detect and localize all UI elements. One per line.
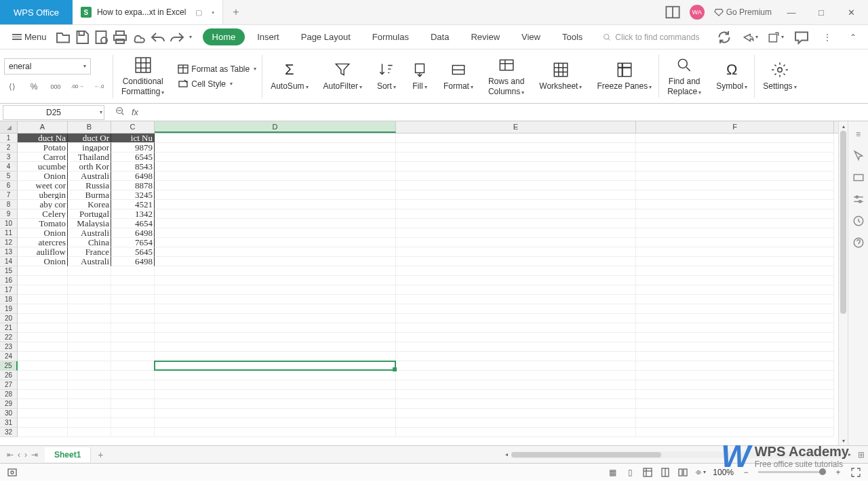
cell[interactable]	[155, 134, 396, 143]
cell[interactable]	[155, 352, 396, 361]
comma-icon[interactable]: 000	[47, 79, 64, 95]
cell[interactable]	[68, 276, 111, 285]
status-mode-icon[interactable]	[7, 467, 18, 478]
cell[interactable]	[636, 276, 834, 285]
cell[interactable]	[18, 295, 68, 304]
cell[interactable]: 9879	[111, 143, 155, 152]
cell[interactable]	[636, 171, 834, 181]
cell[interactable]	[68, 323, 111, 333]
cell[interactable]: ubergin	[18, 190, 68, 200]
cell[interactable]	[155, 276, 396, 285]
first-sheet-icon[interactable]: ⇤	[7, 450, 14, 460]
cell[interactable]	[155, 238, 396, 247]
cell[interactable]	[396, 134, 636, 143]
cell[interactable]: 6545	[111, 152, 155, 162]
row-header[interactable]: 31	[0, 418, 18, 428]
conditional-formatting-button[interactable]: Conditional Formatting▾	[115, 55, 171, 98]
cell[interactable]	[111, 409, 155, 418]
panel-cursor-icon[interactable]	[852, 150, 865, 162]
row-header[interactable]: 21	[0, 323, 18, 333]
cell[interactable]	[396, 295, 636, 304]
format-as-table-button[interactable]: Format as Table▾	[178, 64, 256, 75]
status-grid-icon[interactable]: ▦	[607, 467, 618, 478]
cell[interactable]	[111, 314, 155, 323]
cell[interactable]	[636, 285, 834, 295]
cell[interactable]	[396, 285, 636, 295]
row-header[interactable]: 8	[0, 200, 18, 209]
cell[interactable]: 4521	[111, 200, 155, 209]
cell[interactable]: Burma	[68, 190, 111, 200]
cell[interactable]	[396, 304, 636, 314]
row-header[interactable]: 19	[0, 304, 18, 314]
row-header[interactable]: 20	[0, 314, 18, 323]
cell[interactable]	[155, 342, 396, 352]
export-icon[interactable]: ▾	[768, 29, 784, 45]
autosum-button[interactable]: Σ AutoSum▾	[264, 55, 315, 98]
cell[interactable]	[396, 361, 636, 371]
cell[interactable]: Onion	[18, 228, 68, 238]
cell[interactable]: Portugal	[68, 209, 111, 219]
cell[interactable]	[396, 200, 636, 209]
scroll-down-icon[interactable]: ▾	[839, 436, 848, 445]
print-icon[interactable]	[112, 29, 128, 45]
cell[interactable]	[636, 304, 834, 314]
cell[interactable]	[68, 295, 111, 304]
cell[interactable]	[155, 266, 396, 276]
zoom-slider[interactable]	[758, 471, 826, 473]
row-header[interactable]: 12	[0, 238, 18, 247]
cell[interactable]	[636, 134, 834, 143]
cell[interactable]	[636, 333, 834, 342]
cell[interactable]	[155, 409, 396, 418]
cell[interactable]	[155, 200, 396, 209]
undo-icon[interactable]	[150, 29, 166, 45]
tab-maximize-icon[interactable]: ▢	[195, 8, 202, 17]
cell[interactable]	[636, 181, 834, 190]
cell[interactable]	[396, 428, 636, 437]
cell[interactable]	[155, 209, 396, 219]
cell[interactable]: France	[68, 247, 111, 257]
collapse-ribbon-icon[interactable]: ⌃	[845, 29, 861, 45]
cell[interactable]	[155, 380, 396, 390]
cell[interactable]: Malaysia	[68, 219, 111, 228]
cell[interactable]	[155, 304, 396, 314]
cell[interactable]: Tomato	[18, 219, 68, 228]
tab-formulas[interactable]: Formulas	[363, 28, 418, 45]
cell[interactable]	[18, 418, 68, 428]
cell[interactable]	[68, 399, 111, 409]
cell[interactable]	[155, 418, 396, 428]
cell[interactable]	[155, 143, 396, 152]
cell[interactable]: aby cor	[18, 200, 68, 209]
cell[interactable]	[155, 181, 396, 190]
cell[interactable]: auliflow	[18, 247, 68, 257]
cell[interactable]	[636, 409, 834, 418]
row-header[interactable]: 4	[0, 162, 18, 171]
next-sheet-icon[interactable]: ›	[24, 450, 27, 460]
cell[interactable]: ucumbe	[18, 162, 68, 171]
last-sheet-icon[interactable]: ⇥	[31, 450, 38, 460]
row-header[interactable]: 13	[0, 247, 18, 257]
cell[interactable]	[636, 152, 834, 162]
status-device-icon[interactable]: ▯	[625, 467, 635, 478]
cell[interactable]: orth Kor	[68, 162, 111, 171]
settings-button[interactable]: Settings▾	[756, 55, 803, 98]
open-icon[interactable]	[55, 29, 71, 45]
save-icon[interactable]	[74, 29, 90, 45]
cell[interactable]	[155, 190, 396, 200]
cell[interactable]	[396, 219, 636, 228]
fx-icon[interactable]: fx	[132, 107, 138, 117]
cell[interactable]	[636, 418, 834, 428]
cell[interactable]	[155, 152, 396, 162]
cell[interactable]	[68, 333, 111, 342]
cell[interactable]	[636, 342, 834, 352]
cell[interactable]: 4654	[111, 219, 155, 228]
cell[interactable]	[396, 181, 636, 190]
row-header[interactable]: 18	[0, 295, 18, 304]
view-page-icon[interactable]	[660, 467, 671, 478]
cell[interactable]	[18, 428, 68, 437]
cell[interactable]	[111, 352, 155, 361]
symbol-button[interactable]: Ω Symbol▾	[709, 55, 755, 98]
cell[interactable]: Australi	[68, 228, 111, 238]
horizontal-scrollbar[interactable]: ◂ ▸	[502, 451, 854, 459]
number-format-select[interactable]: eneral▾	[4, 58, 91, 75]
cell[interactable]: Russia	[68, 181, 111, 190]
